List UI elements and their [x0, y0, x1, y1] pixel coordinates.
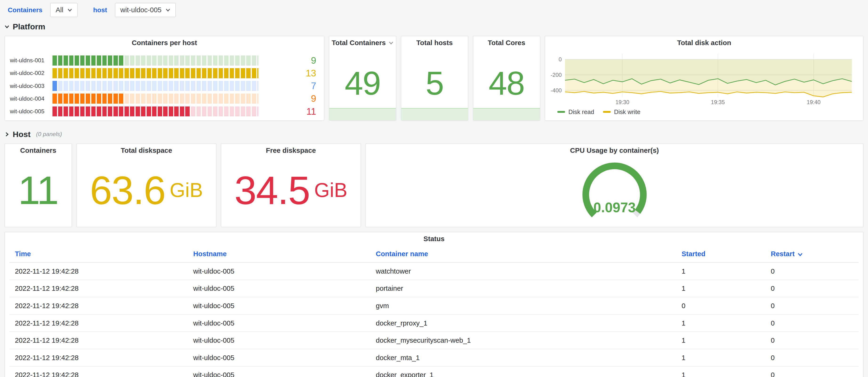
table-row: 2022-11-12 19:42:28wit-uldoc-005docker_r…: [9, 314, 859, 332]
host-bar-gauge: [53, 106, 258, 116]
panel-title[interactable]: Total hosts: [401, 36, 468, 49]
container-host-row: wit-uldoc-0049: [5, 94, 324, 103]
cell-started: 1: [676, 332, 765, 349]
chart-legend: Disk readDisk write: [545, 108, 863, 117]
column-header-hostname[interactable]: Hostname: [188, 245, 370, 263]
host-label: wit-uldoc-002: [5, 70, 53, 76]
panel-total-cores: Total Cores 48: [473, 36, 540, 121]
panel-status: Status TimeHostnameContainer nameStarted…: [4, 232, 864, 377]
variable-label-host[interactable]: host: [90, 6, 111, 14]
status-table-wrap: TimeHostnameContainer nameStartedRestart…: [5, 245, 863, 377]
bar-gauge-fill: [53, 81, 58, 91]
bar-gauge-fill: [53, 56, 124, 65]
panel-title[interactable]: Free diskspace: [221, 144, 360, 157]
table-row: 2022-11-12 19:42:28wit-uldoc-005docker_e…: [9, 367, 859, 377]
status-table: TimeHostnameContainer nameStartedRestart…: [9, 245, 859, 377]
panel-title[interactable]: Containers: [5, 144, 71, 157]
cell-time: 2022-11-12 19:42:28: [9, 297, 188, 314]
host-bar-gauge: [53, 94, 258, 103]
table-header-row: TimeHostnameContainer nameStartedRestart: [9, 245, 859, 263]
container-host-row: wit-uldns-0019: [5, 56, 324, 65]
host-label: wit-uldns-001: [5, 57, 53, 64]
cell-restart: 0: [765, 297, 859, 314]
host-variable-value: wit-uldoc-005: [120, 6, 161, 14]
panel-title[interactable]: Total Containers: [329, 36, 396, 49]
cell-container-name: docker_mysecurityscan-web_1: [370, 332, 676, 349]
legend-item-disk-read[interactable]: Disk read: [557, 109, 594, 115]
chevron-down-icon: [4, 24, 9, 29]
panel-menu-caret-icon[interactable]: [389, 40, 394, 45]
variable-label-containers[interactable]: Containers: [4, 6, 46, 14]
stat-value-area: 11: [5, 157, 71, 227]
column-header-restart[interactable]: Restart: [765, 245, 859, 263]
chevron-down-icon: [165, 7, 170, 12]
panel-containers-per-host: Containers per host wit-uldns-0019wit-ul…: [4, 36, 324, 121]
cell-time: 2022-11-12 19:42:28: [9, 349, 188, 367]
panel-title[interactable]: Total Cores: [473, 36, 540, 49]
total-cores-value: 48: [489, 67, 524, 100]
cell-restart: 0: [765, 263, 859, 280]
total-diskspace-unit: GiB: [170, 179, 203, 202]
panel-title[interactable]: Status: [5, 232, 863, 245]
gauge-area: 0.0973: [366, 157, 863, 227]
panel-title[interactable]: Total disk action: [545, 36, 863, 49]
chevron-down-icon: [67, 7, 72, 12]
status-row: Status TimeHostnameContainer nameStarted…: [4, 232, 864, 377]
cell-hostname: wit-uldoc-005: [188, 297, 370, 314]
chevron-right-icon: [4, 132, 9, 137]
panel-title[interactable]: Containers per host: [5, 36, 324, 49]
cell-time: 2022-11-12 19:42:28: [9, 367, 188, 377]
disk-action-chart: 19:3019:3519:400-200-400: [545, 50, 856, 106]
containers-value: 11: [18, 170, 58, 210]
x-axis-tick-label: 19:40: [807, 99, 821, 105]
cell-hostname: wit-uldoc-005: [188, 280, 370, 297]
cell-time: 2022-11-12 19:42:28: [9, 314, 188, 332]
cell-hostname: wit-uldoc-005: [188, 367, 370, 377]
cell-started: 1: [676, 314, 765, 332]
x-axis-tick-label: 19:35: [711, 99, 725, 105]
gauge-value: 0.0973: [593, 200, 636, 215]
host-container-count: 9: [258, 56, 324, 65]
legend-label: Disk write: [614, 109, 641, 115]
stat-sparkline: [401, 108, 468, 121]
host-variable-dropdown[interactable]: wit-uldoc-005: [115, 3, 176, 17]
cell-restart: 0: [765, 314, 859, 332]
stat-value-area: 63.6 GiB: [77, 157, 216, 227]
panel-title[interactable]: Total diskspace: [77, 144, 216, 157]
cell-hostname: wit-uldoc-005: [188, 349, 370, 367]
host-container-count: 13: [258, 68, 324, 78]
column-header-container-name[interactable]: Container name: [370, 245, 676, 263]
section-row-platform[interactable]: Platform: [0, 20, 868, 36]
table-row: 2022-11-12 19:42:28wit-uldoc-005gvm00: [9, 297, 859, 314]
section-row-host[interactable]: Host (0 panels): [0, 125, 868, 143]
table-row: 2022-11-12 19:42:28wit-uldoc-005docker_m…: [9, 332, 859, 349]
cell-restart: 0: [765, 332, 859, 349]
host-bar-gauge: [53, 81, 258, 91]
bar-gauge-fill: [53, 68, 258, 78]
x-axis-tick-label: 19:30: [616, 99, 629, 105]
total-diskspace-value: 63.6: [90, 170, 165, 210]
free-diskspace-unit: GiB: [314, 179, 347, 202]
table-row: 2022-11-12 19:42:28wit-uldoc-005portaine…: [9, 280, 859, 297]
containers-variable-value: All: [56, 6, 63, 14]
bar-gauge-fill: [53, 94, 124, 103]
section-title-platform: Platform: [13, 22, 45, 31]
cell-time: 2022-11-12 19:42:28: [9, 332, 188, 349]
legend-item-disk-write[interactable]: Disk write: [603, 109, 641, 115]
disk-action-chart-area: 19:3019:3519:400-200-400: [545, 50, 863, 108]
cell-hostname: wit-uldoc-005: [188, 332, 370, 349]
bar-gauge-fill: [53, 106, 190, 116]
cell-container-name: watchtower: [370, 263, 676, 280]
panel-title[interactable]: CPU Usage by container(s): [366, 144, 863, 157]
cell-started: 1: [676, 367, 765, 377]
column-header-started[interactable]: Started: [676, 245, 765, 263]
free-diskspace-value: 34.5: [235, 170, 310, 210]
panel-total-disk-action: Total disk action 19:3019:3519:400-200-4…: [545, 36, 864, 121]
stat-sparkline: [473, 108, 540, 121]
containers-variable-dropdown[interactable]: All: [50, 3, 78, 17]
bar-gauge-list: wit-uldns-0019wit-uldoc-00213wit-uldoc-0…: [5, 49, 324, 116]
cell-restart: 0: [765, 349, 859, 367]
panel-cpu-usage-gauge: CPU Usage by container(s) 0.0973: [365, 143, 864, 228]
cell-container-name: portainer: [370, 280, 676, 297]
column-header-time[interactable]: Time: [9, 245, 188, 263]
